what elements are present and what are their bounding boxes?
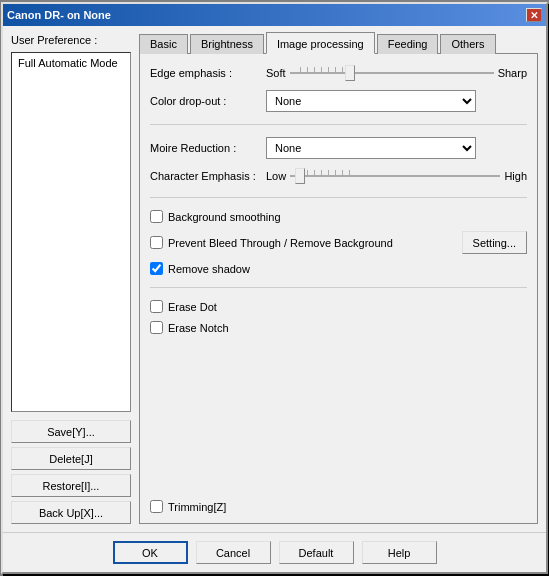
trimming-label: Trimming[Z] [168, 501, 226, 513]
btn-group: Save[Y]... Delete[J] Restore[I]... Back … [11, 420, 131, 524]
erase-notch-label: Erase Notch [168, 322, 229, 334]
trimming-checkbox[interactable] [150, 500, 163, 513]
edge-emphasis-thumb[interactable] [345, 65, 355, 81]
window-body: User Preference : Full Automatic Mode Sa… [3, 26, 546, 532]
moire-reduction-select[interactable]: None Low Medium High [266, 137, 476, 159]
prevent-bleed-label: Prevent Bleed Through / Remove Backgroun… [168, 237, 393, 249]
pref-list[interactable]: Full Automatic Mode [11, 52, 131, 412]
tab-basic[interactable]: Basic [139, 34, 188, 54]
prevent-bleed-checkbox[interactable] [150, 236, 163, 249]
moire-reduction-row: Moire Reduction : None Low Medium High [150, 137, 527, 159]
tab-bar: Basic Brightness Image processing Feedin… [139, 34, 538, 54]
erase-notch-row: Erase Notch [150, 321, 527, 334]
pref-list-item[interactable]: Full Automatic Mode [14, 55, 128, 71]
erase-notch-checkbox[interactable] [150, 321, 163, 334]
background-smoothing-label: Background smoothing [168, 211, 281, 223]
color-dropout-label: Color drop-out : [150, 95, 260, 107]
bottom-bar: OK Cancel Default Help [3, 532, 546, 572]
remove-shadow-row: Remove shadow [150, 262, 527, 275]
save-button[interactable]: Save[Y]... [11, 420, 131, 443]
right-panel: Basic Brightness Image processing Feedin… [139, 34, 538, 524]
tab-image-processing[interactable]: Image processing [266, 32, 375, 54]
edge-emphasis-slider-container: Soft [266, 64, 527, 82]
help-button[interactable]: Help [362, 541, 437, 564]
window-title: Canon DR- on None [7, 9, 111, 21]
background-smoothing-checkbox[interactable] [150, 210, 163, 223]
cancel-button[interactable]: Cancel [196, 541, 271, 564]
remove-shadow-checkbox[interactable] [150, 262, 163, 275]
sharp-label: Sharp [498, 67, 527, 79]
character-emphasis-slider[interactable] [290, 167, 500, 185]
remove-shadow-label: Remove shadow [168, 263, 250, 275]
spacer [150, 342, 527, 492]
soft-label: Soft [266, 67, 286, 79]
title-bar: Canon DR- on None ✕ [3, 4, 546, 26]
tab-others[interactable]: Others [440, 34, 495, 54]
background-smoothing-row: Background smoothing [150, 210, 527, 223]
user-pref-label: User Preference : [11, 34, 131, 46]
close-button[interactable]: ✕ [526, 8, 542, 22]
erase-dot-checkbox[interactable] [150, 300, 163, 313]
low-label: Low [266, 170, 286, 182]
character-emphasis-slider-container: Low [266, 167, 527, 185]
edge-emphasis-label: Edge emphasis : [150, 67, 260, 79]
color-dropout-select[interactable]: None Red Green Blue [266, 90, 476, 112]
tab-content: Edge emphasis : Soft [139, 53, 538, 524]
tab-brightness[interactable]: Brightness [190, 34, 264, 54]
main-window: Canon DR- on None ✕ User Preference : Fu… [1, 2, 548, 574]
divider1 [150, 124, 527, 125]
divider2 [150, 197, 527, 198]
moire-reduction-label: Moire Reduction : [150, 142, 260, 154]
left-panel: User Preference : Full Automatic Mode Sa… [11, 34, 131, 524]
edge-emphasis-slider[interactable] [290, 64, 494, 82]
high-label: High [504, 170, 527, 182]
character-emphasis-row: Character Emphasis : Low [150, 167, 527, 185]
delete-button[interactable]: Delete[J] [11, 447, 131, 470]
color-dropout-row: Color drop-out : None Red Green Blue [150, 90, 527, 112]
ok-button[interactable]: OK [113, 541, 188, 564]
prevent-bleed-row: Prevent Bleed Through / Remove Backgroun… [150, 231, 527, 254]
character-emphasis-thumb[interactable] [295, 168, 305, 184]
tab-feeding[interactable]: Feeding [377, 34, 439, 54]
setting-button[interactable]: Setting... [462, 231, 527, 254]
default-button[interactable]: Default [279, 541, 354, 564]
backup-button[interactable]: Back Up[X]... [11, 501, 131, 524]
erase-dot-row: Erase Dot [150, 300, 527, 313]
restore-button[interactable]: Restore[I]... [11, 474, 131, 497]
erase-dot-label: Erase Dot [168, 301, 217, 313]
character-emphasis-label: Character Emphasis : [150, 170, 260, 182]
trimming-row: Trimming[Z] [150, 500, 527, 513]
edge-emphasis-row: Edge emphasis : Soft [150, 64, 527, 82]
divider3 [150, 287, 527, 288]
